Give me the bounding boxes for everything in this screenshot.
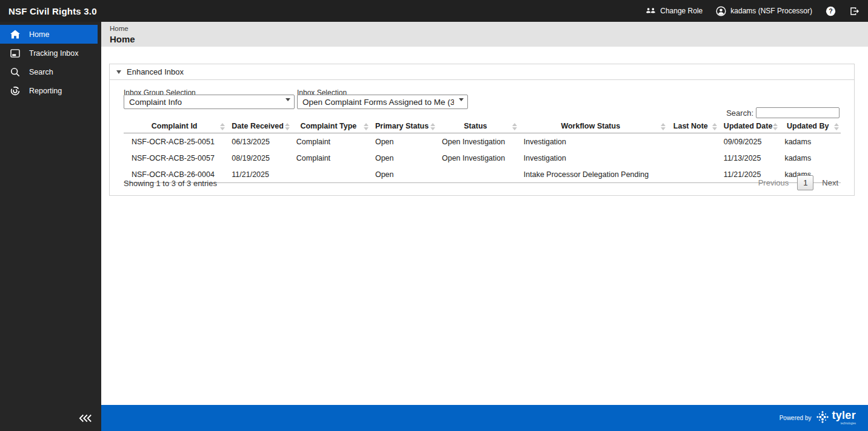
change-role-button[interactable]: Change Role [646,7,703,16]
sort-icon [712,123,717,130]
column-header-workflow-status[interactable]: Workflow Status [519,120,667,133]
footer: Powered by tyler technologies [101,405,868,431]
table-cell: Open [370,150,437,166]
sort-icon [285,123,290,130]
sidebar-item-label: Search [29,68,53,76]
table-cell [437,166,519,183]
collapse-caret-icon [116,70,121,74]
powered-by-label: Powered by [780,415,812,421]
table-cell: 11/21/2025 [227,166,291,183]
user-label: kadams (NSF Processor) [730,7,812,15]
help-button[interactable]: ? [826,6,836,16]
column-header-primary-status[interactable]: Primary Status [370,120,437,133]
inbox-selection-select[interactable]: Open Complaint Forms Assigned to Me (3) [297,95,468,109]
tyler-logo: tyler technologies [816,410,856,426]
column-header-updated-date[interactable]: Updated Date [719,120,780,133]
reporting-icon [10,86,20,96]
table-cell: Open Investigation [437,133,519,150]
app-title: NSF Civil Rights 3.0 [8,6,97,16]
column-header-date-received[interactable]: Date Received [227,120,291,133]
page-title: Home [110,34,868,44]
column-header-label: Complaint Type [300,122,356,130]
breadcrumb-band: Home Home [101,22,868,47]
enhanced-inbox-header[interactable]: Enhanced Inbox [110,64,854,80]
panel-title: Enhanced Inbox [127,67,184,76]
table-cell [667,133,719,150]
table-cell: Complaint [292,133,370,150]
sidebar-item-label: Home [29,30,49,39]
table-cell [667,150,719,166]
sort-icon [430,123,435,130]
sort-icon [512,123,517,130]
column-header-updated-by[interactable]: Updated By [780,120,841,133]
table-cell: Investigation [519,150,667,166]
table-cell: Investigation [519,133,667,150]
collapse-chevrons-icon [79,414,92,425]
column-header-label: Complaint Id [152,122,198,130]
sidebar-collapse-button[interactable] [77,413,94,426]
tyler-star-icon [816,410,829,426]
logout-icon [849,6,860,16]
table-cell: 11/13/2025 [719,150,780,166]
search-label: Search: [726,109,753,118]
home-icon [10,30,20,39]
tyler-brand-sub: technologies [832,422,856,425]
table-cell: 09/09/2025 [719,133,780,150]
inbox-group-select[interactable]: Complaint Info [124,95,295,109]
table-header-row: Complaint IdDate ReceivedComplaint TypeP… [124,120,841,133]
page-number-button[interactable]: 1 [797,175,813,190]
sidebar-item-home[interactable]: Home [0,25,98,44]
table-cell [667,166,719,183]
table-cell: NSF-OCR-ACB-25-0057 [124,150,227,166]
previous-page-button[interactable]: Previous [757,175,790,191]
sidebar-item-tracking-inbox[interactable]: Tracking Inbox [0,44,98,62]
column-header-label: Last Note [673,122,708,130]
sort-icon [773,123,778,130]
breadcrumb[interactable]: Home [110,25,868,32]
table-cell: kadams [780,150,841,166]
sort-icon [834,123,839,130]
table-row[interactable]: NSF-OCR-ACB-25-005708/19/2025ComplaintOp… [124,150,841,166]
enhanced-inbox-panel: Enhanced Inbox Inbox Group Selection Com… [109,64,855,196]
column-header-complaint-type[interactable]: Complaint Type [292,120,370,133]
column-header-complaint-id[interactable]: Complaint Id [124,120,227,133]
table-cell: 08/19/2025 [227,150,291,166]
column-header-last-note[interactable]: Last Note [667,120,719,133]
column-header-label: Primary Status [375,122,429,130]
search-icon [10,67,20,77]
table-cell: Open [370,166,437,183]
table-search-input[interactable] [756,107,840,118]
table-cell: kadams [780,133,841,150]
sort-icon [364,123,369,130]
sidebar-item-label: Tracking Inbox [29,49,79,58]
sidebar: Home Tracking Inbox Search Reporting [0,22,101,431]
pagination: Previous 1 Next [757,175,840,191]
logout-button[interactable] [849,6,860,16]
account-icon [716,6,726,16]
change-role-label: Change Role [660,7,703,15]
column-header-label: Date Received [232,122,283,130]
table-row[interactable]: NSF-OCR-ACB-25-005106/13/2025ComplaintOp… [124,133,841,150]
tyler-brand-name: tyler [832,409,856,421]
table-cell: Complaint [292,150,370,166]
change-role-icon [646,7,656,16]
column-header-label: Status [464,122,487,130]
table-cell [292,166,370,183]
column-header-label: Workflow Status [561,122,620,130]
topbar: NSF Civil Rights 3.0 Change Role [0,0,868,22]
column-header-label: Updated Date [724,122,773,130]
table-cell: Open [370,133,437,150]
svg-text:?: ? [829,7,832,15]
user-menu[interactable]: kadams (NSF Processor) [716,6,812,16]
sidebar-item-search[interactable]: Search [0,62,98,81]
table-row[interactable]: NSF-OCR-ACB-26-000411/21/2025OpenIntake … [124,166,841,183]
table-info: Showing 1 to 3 of 3 entries [124,179,217,188]
sort-icon [661,123,666,130]
table-cell: NSF-OCR-ACB-25-0051 [124,133,227,150]
next-page-button[interactable]: Next [821,175,840,191]
sidebar-item-reporting[interactable]: Reporting [0,81,98,100]
tracking-inbox-icon [10,49,20,58]
table-cell: Intake Processor Delegation Pending [519,166,667,183]
help-icon: ? [826,6,836,16]
column-header-status[interactable]: Status [437,120,519,133]
